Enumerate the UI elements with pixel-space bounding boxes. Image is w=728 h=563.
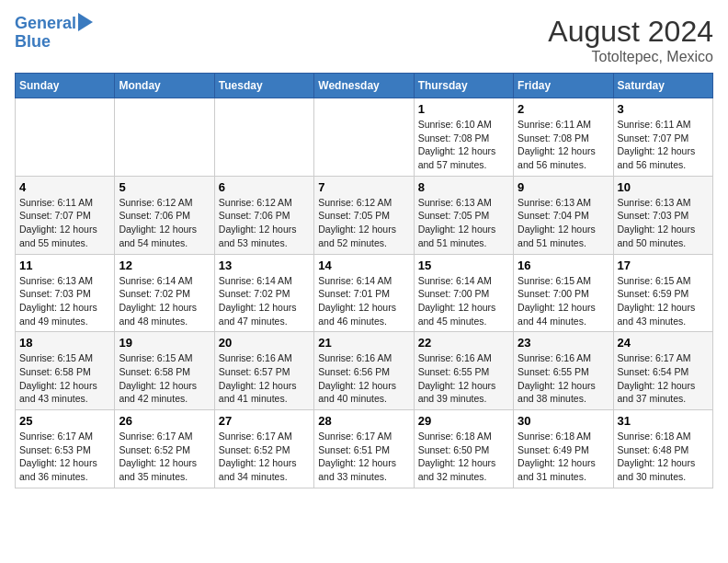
- logo-arrow-icon: [78, 13, 93, 31]
- week-row-3: 11Sunrise: 6:13 AM Sunset: 7:03 PM Dayli…: [16, 254, 713, 332]
- day-number: 10: [618, 180, 709, 194]
- day-info: Sunrise: 6:18 AM Sunset: 6:49 PM Dayligh…: [518, 430, 609, 484]
- day-info: Sunrise: 6:14 AM Sunset: 7:00 PM Dayligh…: [418, 274, 509, 328]
- logo: General Blue: [15, 15, 93, 52]
- day-info: Sunrise: 6:17 AM Sunset: 6:53 PM Dayligh…: [19, 430, 110, 484]
- day-number: 15: [418, 259, 509, 272]
- day-info: Sunrise: 6:16 AM Sunset: 6:55 PM Dayligh…: [518, 351, 609, 406]
- header-tuesday: Tuesday: [214, 74, 313, 98]
- day-cell: 24Sunrise: 6:17 AM Sunset: 6:54 PM Dayli…: [613, 332, 712, 410]
- day-cell: 29Sunrise: 6:18 AM Sunset: 6:50 PM Dayli…: [414, 410, 513, 488]
- calendar-table: SundayMondayTuesdayWednesdayThursdayFrid…: [15, 73, 713, 488]
- day-cell: 6Sunrise: 6:12 AM Sunset: 7:06 PM Daylig…: [214, 176, 313, 254]
- day-info: Sunrise: 6:17 AM Sunset: 6:52 PM Dayligh…: [219, 430, 310, 484]
- day-number: 28: [318, 414, 409, 428]
- day-number: 6: [219, 180, 310, 194]
- day-cell: 21Sunrise: 6:16 AM Sunset: 6:56 PM Dayli…: [314, 332, 414, 410]
- day-info: Sunrise: 6:16 AM Sunset: 6:57 PM Dayligh…: [219, 351, 310, 406]
- day-number: 19: [119, 336, 210, 350]
- day-info: Sunrise: 6:18 AM Sunset: 6:50 PM Dayligh…: [418, 430, 509, 484]
- day-info: Sunrise: 6:10 AM Sunset: 7:08 PM Dayligh…: [418, 118, 509, 172]
- week-row-5: 25Sunrise: 6:17 AM Sunset: 6:53 PM Dayli…: [16, 410, 713, 488]
- day-number: 5: [119, 180, 210, 194]
- day-info: Sunrise: 6:13 AM Sunset: 7:05 PM Dayligh…: [418, 196, 509, 250]
- day-cell: 1Sunrise: 6:10 AM Sunset: 7:08 PM Daylig…: [414, 98, 513, 177]
- day-number: 30: [518, 414, 609, 428]
- day-cell: 23Sunrise: 6:16 AM Sunset: 6:55 PM Dayli…: [514, 332, 613, 410]
- day-info: Sunrise: 6:15 AM Sunset: 6:58 PM Dayligh…: [119, 351, 210, 406]
- day-number: 4: [19, 180, 110, 194]
- day-cell: 4Sunrise: 6:11 AM Sunset: 7:07 PM Daylig…: [16, 176, 115, 254]
- day-info: Sunrise: 6:11 AM Sunset: 7:07 PM Dayligh…: [19, 196, 110, 250]
- day-cell: 5Sunrise: 6:12 AM Sunset: 7:06 PM Daylig…: [115, 176, 214, 254]
- location-title: Totoltepec, Mexico: [548, 49, 713, 65]
- day-number: 11: [19, 259, 110, 272]
- day-info: Sunrise: 6:14 AM Sunset: 7:02 PM Dayligh…: [119, 274, 210, 328]
- day-cell: 13Sunrise: 6:14 AM Sunset: 7:02 PM Dayli…: [214, 254, 313, 332]
- day-cell: 25Sunrise: 6:17 AM Sunset: 6:53 PM Dayli…: [16, 410, 115, 488]
- day-cell: 20Sunrise: 6:16 AM Sunset: 6:57 PM Dayli…: [214, 332, 313, 410]
- day-number: 16: [518, 259, 609, 272]
- day-info: Sunrise: 6:15 AM Sunset: 7:00 PM Dayligh…: [518, 274, 609, 328]
- day-number: 9: [518, 180, 609, 194]
- day-number: 13: [219, 259, 310, 272]
- day-cell: 16Sunrise: 6:15 AM Sunset: 7:00 PM Dayli…: [514, 254, 613, 332]
- day-info: Sunrise: 6:18 AM Sunset: 6:48 PM Dayligh…: [618, 430, 709, 484]
- day-info: Sunrise: 6:17 AM Sunset: 6:54 PM Dayligh…: [618, 351, 709, 406]
- day-number: 31: [618, 414, 709, 428]
- page-header: General Blue August 2024 Totoltepec, Mex…: [15, 15, 713, 65]
- day-cell: 26Sunrise: 6:17 AM Sunset: 6:52 PM Dayli…: [115, 410, 214, 488]
- day-info: Sunrise: 6:16 AM Sunset: 6:56 PM Dayligh…: [318, 351, 409, 406]
- day-cell: 14Sunrise: 6:14 AM Sunset: 7:01 PM Dayli…: [314, 254, 414, 332]
- logo-general: General: [15, 14, 76, 32]
- header-friday: Friday: [514, 74, 613, 98]
- week-row-4: 18Sunrise: 6:15 AM Sunset: 6:58 PM Dayli…: [16, 332, 713, 410]
- day-cell: 11Sunrise: 6:13 AM Sunset: 7:03 PM Dayli…: [16, 254, 115, 332]
- day-number: 22: [418, 336, 509, 350]
- day-info: Sunrise: 6:12 AM Sunset: 7:06 PM Dayligh…: [219, 196, 310, 250]
- day-number: 25: [19, 414, 110, 428]
- logo-blue: Blue: [15, 33, 93, 52]
- day-number: 2: [518, 102, 609, 116]
- calendar-header-row: SundayMondayTuesdayWednesdayThursdayFrid…: [16, 74, 713, 98]
- day-info: Sunrise: 6:17 AM Sunset: 6:51 PM Dayligh…: [318, 430, 409, 484]
- day-cell: 12Sunrise: 6:14 AM Sunset: 7:02 PM Dayli…: [115, 254, 214, 332]
- day-cell: 18Sunrise: 6:15 AM Sunset: 6:58 PM Dayli…: [16, 332, 115, 410]
- day-number: 7: [318, 180, 409, 194]
- day-number: 18: [19, 336, 110, 350]
- day-info: Sunrise: 6:13 AM Sunset: 7:04 PM Dayligh…: [518, 196, 609, 250]
- day-cell: 3Sunrise: 6:11 AM Sunset: 7:07 PM Daylig…: [613, 98, 712, 177]
- day-number: 27: [219, 414, 310, 428]
- day-cell: 30Sunrise: 6:18 AM Sunset: 6:49 PM Dayli…: [514, 410, 613, 488]
- header-sunday: Sunday: [16, 74, 115, 98]
- day-cell: 28Sunrise: 6:17 AM Sunset: 6:51 PM Dayli…: [314, 410, 414, 488]
- header-wednesday: Wednesday: [314, 74, 414, 98]
- day-info: Sunrise: 6:12 AM Sunset: 7:05 PM Dayligh…: [318, 196, 409, 250]
- day-number: 23: [518, 336, 609, 350]
- day-cell: 27Sunrise: 6:17 AM Sunset: 6:52 PM Dayli…: [214, 410, 313, 488]
- week-row-2: 4Sunrise: 6:11 AM Sunset: 7:07 PM Daylig…: [16, 176, 713, 254]
- day-number: 3: [618, 102, 709, 116]
- day-cell: [115, 98, 214, 177]
- day-cell: 17Sunrise: 6:15 AM Sunset: 6:59 PM Dayli…: [613, 254, 712, 332]
- day-number: 21: [318, 336, 409, 350]
- day-cell: 22Sunrise: 6:16 AM Sunset: 6:55 PM Dayli…: [414, 332, 513, 410]
- day-cell: 10Sunrise: 6:13 AM Sunset: 7:03 PM Dayli…: [613, 176, 712, 254]
- day-cell: 19Sunrise: 6:15 AM Sunset: 6:58 PM Dayli…: [115, 332, 214, 410]
- day-info: Sunrise: 6:11 AM Sunset: 7:07 PM Dayligh…: [618, 118, 709, 172]
- day-cell: 15Sunrise: 6:14 AM Sunset: 7:00 PM Dayli…: [414, 254, 513, 332]
- header-saturday: Saturday: [613, 74, 712, 98]
- day-number: 8: [418, 180, 509, 194]
- day-info: Sunrise: 6:11 AM Sunset: 7:08 PM Dayligh…: [518, 118, 609, 172]
- day-info: Sunrise: 6:14 AM Sunset: 7:01 PM Dayligh…: [318, 274, 409, 328]
- header-thursday: Thursday: [414, 74, 513, 98]
- day-info: Sunrise: 6:13 AM Sunset: 7:03 PM Dayligh…: [618, 196, 709, 250]
- day-info: Sunrise: 6:12 AM Sunset: 7:06 PM Dayligh…: [119, 196, 210, 250]
- day-info: Sunrise: 6:17 AM Sunset: 6:52 PM Dayligh…: [119, 430, 210, 484]
- day-cell: 2Sunrise: 6:11 AM Sunset: 7:08 PM Daylig…: [514, 98, 613, 177]
- title-block: August 2024 Totoltepec, Mexico: [548, 15, 713, 65]
- header-monday: Monday: [115, 74, 214, 98]
- day-number: 14: [318, 259, 409, 272]
- day-cell: 7Sunrise: 6:12 AM Sunset: 7:05 PM Daylig…: [314, 176, 414, 254]
- week-row-1: 1Sunrise: 6:10 AM Sunset: 7:08 PM Daylig…: [16, 98, 713, 177]
